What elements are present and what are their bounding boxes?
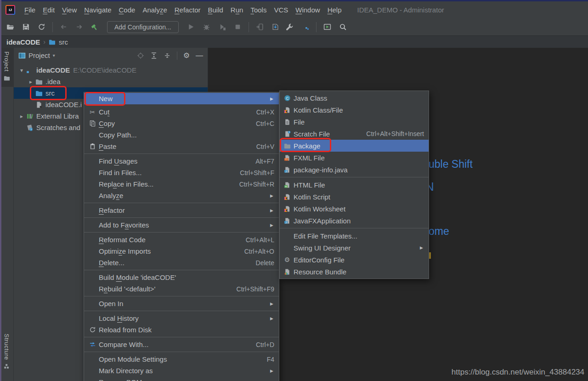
- submenu-item-edit-file-templates[interactable]: Edit File Templates...: [280, 230, 429, 242]
- hide-minus-icon[interactable]: —: [196, 51, 203, 60]
- tool-window-tab-structure[interactable]: Structure: [0, 330, 13, 375]
- toolbar-group: [4, 21, 48, 33]
- context-menu-item-find-in-files[interactable]: Find in Files...Ctrl+Shift+F: [84, 167, 279, 178]
- context-menu-item-copy-path[interactable]: Copy Path...: [84, 129, 279, 141]
- menubar-build[interactable]: Build: [204, 1, 226, 18]
- label: VCS: [274, 6, 288, 14]
- menu-shortcut: Delete: [243, 259, 274, 267]
- breadcrumb-current[interactable]: src: [59, 38, 68, 46]
- context-menu-item-paste[interactable]: PasteCtrl+V: [84, 141, 279, 152]
- context-menu-item-refactor[interactable]: Refactor▶: [84, 205, 279, 216]
- project-panel-title[interactable]: Project: [28, 51, 50, 59]
- sync-icon[interactable]: [35, 21, 48, 33]
- label: Resource Bundle: [294, 268, 346, 276]
- context-menu-item-local-history[interactable]: Local History▶: [84, 313, 279, 324]
- context-menu-item-find-usages[interactable]: Find UsagesAlt+F7: [84, 155, 279, 167]
- menu-separator: [84, 296, 279, 296]
- submenu-item-kotlin-class-file[interactable]: Kotlin Class/File: [280, 104, 429, 116]
- menubar-vcs[interactable]: VCS: [270, 1, 292, 18]
- chevron-collapsed-icon[interactable]: ▸: [27, 79, 35, 85]
- menubar-code[interactable]: Code: [115, 1, 139, 18]
- collapse-all-icon[interactable]: [164, 52, 171, 59]
- attach-debugger-icon[interactable]: [253, 21, 266, 33]
- submenu-item-package[interactable]: Package: [280, 140, 429, 152]
- menu-separator: [280, 228, 429, 228]
- context-menu-item-mark-directory-as[interactable]: Mark Directory as▶: [84, 365, 279, 376]
- context-menu-item-delete[interactable]: Delete...Delete: [84, 257, 279, 268]
- project-tab-label: Project: [3, 51, 10, 72]
- submenu-item-javafxapplication[interactable]: JJavaFXApplication: [280, 215, 429, 227]
- menubar-window[interactable]: Window: [292, 1, 323, 18]
- label: package-info.java: [294, 166, 348, 174]
- menu-shortcut: Ctrl+Alt+Shift+Insert: [353, 130, 424, 137]
- modules-icon[interactable]: path fill="#9aa0a5" d="M1 3.9c0-.5.4-.9.…: [299, 21, 312, 33]
- menubar-help[interactable]: Help: [324, 1, 345, 18]
- submenu-item-html-file[interactable]: HHTML File: [280, 179, 429, 191]
- settings-gear-icon[interactable]: ⚙: [183, 51, 190, 60]
- context-menu-item-copy[interactable]: CopyCtrl+C: [84, 118, 279, 129]
- menubar-view[interactable]: View: [58, 1, 80, 18]
- chevron-collapsed-icon[interactable]: ▸: [17, 113, 26, 119]
- context-menu-item-replace-in-files[interactable]: Replace in Files...Ctrl+Shift+R: [84, 178, 279, 190]
- chevron-down-icon[interactable]: ▾: [53, 53, 55, 58]
- back-icon[interactable]: [57, 21, 70, 33]
- context-menu-item-compare-with[interactable]: Compare With...Ctrl+D: [84, 339, 279, 350]
- tool-window-tab-project[interactable]: Project: [0, 48, 13, 87]
- save-icon[interactable]: [19, 21, 33, 33]
- coverage-icon[interactable]: [215, 21, 229, 33]
- submenu-item-scratch-file[interactable]: Scratch FileCtrl+Alt+Shift+Insert: [280, 128, 429, 140]
- tree-item-ideacode[interactable]: ▾path fill="#95a0a8" d="M1 3.9c0-.5.4-.9…: [14, 64, 208, 76]
- label: EditorConfig File: [294, 256, 345, 264]
- submenu-item-resource-bundle[interactable]: Resource Bundle: [280, 266, 429, 278]
- submenu-item-kotlin-script[interactable]: Kotlin Script: [280, 191, 429, 203]
- context-menu-item-open-module-settings[interactable]: Open Module SettingsF4: [84, 353, 279, 365]
- run-icon[interactable]: [184, 21, 198, 33]
- submenu-item-fxml-file[interactable]: <>FXML File: [280, 152, 429, 164]
- svg-text:J: J: [285, 220, 286, 223]
- search-icon[interactable]: [336, 21, 350, 33]
- menubar-file[interactable]: File: [21, 1, 39, 18]
- submenu-item-editorconfig-file[interactable]: ⚙EditorConfig File: [280, 254, 429, 266]
- src-folder-icon: [35, 90, 43, 97]
- menubar-analyze[interactable]: Analyze: [139, 1, 170, 18]
- stop-icon[interactable]: [231, 21, 244, 33]
- expand-all-icon[interactable]: [150, 52, 158, 59]
- context-menu-item-reformat-code[interactable]: Reformat CodeCtrl+Alt+L: [84, 234, 279, 245]
- menu-separator: [280, 177, 429, 177]
- locate-icon[interactable]: [137, 52, 144, 59]
- label: Refactor: [99, 206, 125, 214]
- scratch-file-icon: [283, 131, 292, 137]
- menubar-tools[interactable]: Tools: [247, 1, 270, 18]
- context-menu-item-rebuild-default[interactable]: Rebuild '<default>'Ctrl+Shift+F9: [84, 283, 279, 295]
- submenu-item-swing-ui-designer[interactable]: Swing UI Designer▶: [280, 242, 429, 254]
- label: Add to Favorites: [99, 221, 149, 229]
- submenu-item-file[interactable]: File: [280, 116, 429, 128]
- menubar-run[interactable]: Run: [227, 1, 247, 18]
- chevron-expanded-icon[interactable]: ▾: [17, 67, 26, 74]
- debug-icon[interactable]: [200, 21, 213, 33]
- menubar-edit[interactable]: Edit: [39, 1, 58, 18]
- context-menu-item-add-to-favorites[interactable]: Add to Favorites▶: [84, 219, 279, 231]
- context-menu-item-analyze[interactable]: Analyze▶: [84, 190, 279, 201]
- tree-item-idea[interactable]: ▸.idea: [14, 76, 208, 87]
- context-menu-item-build-module-ideacode[interactable]: Build Module 'ideaCODE': [84, 272, 279, 283]
- context-menu-item-reload-from-disk[interactable]: Reload from Disk: [84, 324, 279, 336]
- context-menu-item-cut[interactable]: ✂CutCtrl+X: [84, 106, 279, 118]
- context-menu-item-new[interactable]: New▶: [84, 93, 279, 104]
- run-anything-icon[interactable]: [321, 21, 334, 33]
- wrench-icon[interactable]: [283, 21, 296, 33]
- open-icon[interactable]: [4, 21, 17, 33]
- context-menu-item-optimize-imports[interactable]: Optimize ImportsCtrl+Alt+O: [84, 245, 279, 257]
- submenu-item-java-class[interactable]: CJava Class: [280, 92, 429, 104]
- download-jdk-icon[interactable]: [269, 21, 282, 33]
- submenu-item-kotlin-worksheet[interactable]: Kotlin Worksheet: [280, 203, 429, 215]
- build-hammer-icon[interactable]: [88, 21, 102, 33]
- submenu-item-package-info-java[interactable]: Jpackage-info.java: [280, 164, 429, 176]
- menubar-navigate[interactable]: Navigate: [80, 1, 115, 18]
- add-configuration-button[interactable]: Add Configuration...: [107, 21, 179, 33]
- menubar-refactor[interactable]: Refactor: [171, 1, 204, 18]
- forward-icon[interactable]: [73, 21, 86, 33]
- context-menu-item-remove-bom[interactable]: Remove BOM: [84, 376, 279, 381]
- context-menu-item-open-in[interactable]: Open In▶: [84, 298, 279, 309]
- breadcrumb-root[interactable]: ideaCODE: [6, 38, 40, 46]
